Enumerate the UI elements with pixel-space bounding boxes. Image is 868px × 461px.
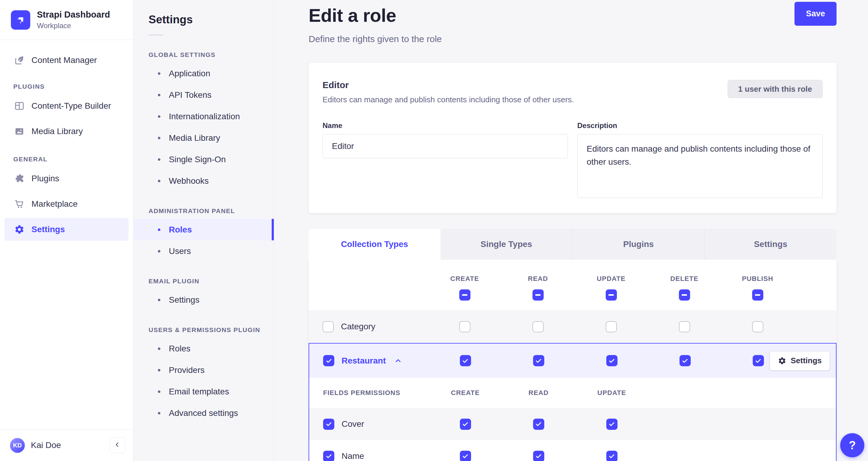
- name-update-checkbox[interactable]: [606, 451, 618, 461]
- tab-settings[interactable]: Settings: [704, 229, 837, 260]
- select-all-create-checkbox[interactable]: [459, 289, 470, 300]
- sidebar-item-label: Plugins: [31, 174, 59, 183]
- select-all-update-checkbox[interactable]: [606, 289, 617, 300]
- tab-single-types[interactable]: Single Types: [440, 229, 572, 260]
- role-name-heading: Editor: [322, 80, 574, 90]
- row-label[interactable]: Category: [341, 322, 375, 332]
- category-update-checkbox[interactable]: [606, 321, 617, 333]
- select-all-publish-checkbox[interactable]: [752, 289, 763, 300]
- sidebar-item-plugins[interactable]: Plugins: [0, 166, 133, 191]
- users-with-role-button[interactable]: 1 user with this role: [727, 80, 823, 98]
- subnav-section-email-plugin: EMAIL PLUGIN: [149, 278, 274, 285]
- subnav-item-webhooks[interactable]: Webhooks: [134, 170, 274, 192]
- restaurant-row-checkbox[interactable]: [323, 355, 334, 366]
- fields-column-read: READ: [502, 389, 575, 397]
- cover-create-checkbox[interactable]: [460, 419, 471, 430]
- subnav-item-label: Providers: [169, 365, 205, 375]
- category-create-checkbox[interactable]: [459, 321, 470, 333]
- gear-icon: [778, 356, 786, 365]
- cover-update-checkbox[interactable]: [606, 419, 618, 430]
- restaurant-settings-button[interactable]: Settings: [770, 351, 830, 371]
- sidebar-item-media-library[interactable]: Media Library: [0, 119, 133, 144]
- category-read-checkbox[interactable]: [532, 321, 544, 333]
- column-header-create: CREATE: [451, 275, 479, 283]
- tab-collection-types[interactable]: Collection Types: [309, 229, 440, 260]
- row-label[interactable]: Cover: [342, 419, 364, 429]
- restaurant-read-checkbox[interactable]: [533, 355, 544, 366]
- row-label[interactable]: Restaurant: [342, 356, 386, 366]
- brand-block: Strapi Dashboard Workplace: [0, 0, 133, 40]
- subnav-item-label: Media Library: [169, 133, 220, 143]
- subnav-item-label: Webhooks: [169, 176, 209, 186]
- indeterminate-dash-icon: [609, 294, 614, 296]
- page-title: Edit a role: [309, 5, 837, 26]
- category-publish-checkbox[interactable]: [752, 321, 763, 333]
- subnav-item-up-roles[interactable]: Roles: [134, 338, 274, 359]
- content-type-builder-icon: [13, 100, 25, 112]
- chevron-left-icon: [114, 441, 121, 450]
- chevron-up-icon[interactable]: [394, 357, 402, 365]
- subnav-item-email-templates[interactable]: Email templates: [134, 381, 274, 402]
- bullet-icon: [158, 299, 160, 301]
- subnav-section-administration-panel: ADMINISTRATION PANEL: [149, 207, 274, 214]
- select-all-delete-checkbox[interactable]: [679, 289, 690, 300]
- cover-read-checkbox[interactable]: [533, 419, 544, 430]
- bullet-icon: [158, 94, 160, 96]
- subnav-item-label: Internationalization: [169, 112, 240, 121]
- sidebar-item-content-manager[interactable]: Content Manager: [0, 49, 133, 71]
- tab-plugins[interactable]: Plugins: [572, 229, 705, 260]
- indeterminate-dash-icon: [755, 294, 760, 296]
- restaurant-update-checkbox[interactable]: [606, 355, 618, 366]
- role-description-input[interactable]: Editors can manage and publish contents …: [577, 134, 823, 198]
- sidebar-item-label: Content Manager: [31, 55, 97, 65]
- save-button[interactable]: Save: [795, 2, 837, 26]
- name-read-checkbox[interactable]: [533, 451, 544, 461]
- sidebar-item-label: Settings: [31, 225, 65, 234]
- permission-row-restaurant: Restaurant Setting: [309, 344, 836, 378]
- select-all-read-checkbox[interactable]: [532, 289, 544, 300]
- category-row-checkbox[interactable]: [322, 321, 334, 333]
- row-label[interactable]: Name: [342, 451, 364, 461]
- sidebar-item-marketplace[interactable]: Marketplace: [0, 191, 133, 217]
- subnav-item-users[interactable]: Users: [134, 240, 274, 262]
- subnav-item-email-settings[interactable]: Settings: [134, 289, 274, 311]
- cover-row-checkbox[interactable]: [323, 419, 334, 430]
- restaurant-create-checkbox[interactable]: [460, 355, 471, 366]
- subnav-item-label: API Tokens: [169, 90, 212, 100]
- avatar[interactable]: KD: [10, 438, 25, 453]
- restaurant-publish-checkbox[interactable]: [753, 355, 764, 366]
- main-sidebar: Strapi Dashboard Workplace Content Manag…: [0, 0, 133, 461]
- bullet-icon: [158, 250, 160, 253]
- sidebar-item-settings[interactable]: Settings: [4, 218, 129, 241]
- subnav-item-advanced-settings[interactable]: Advanced settings: [134, 402, 274, 424]
- fields-column-create: CREATE: [429, 389, 502, 397]
- page-subtitle: Define the rights given to the role: [309, 34, 837, 44]
- category-delete-checkbox[interactable]: [679, 321, 690, 333]
- name-row-checkbox[interactable]: [323, 451, 334, 461]
- collapse-sidebar-button[interactable]: [110, 437, 125, 453]
- column-header-update: UPDATE: [597, 275, 626, 283]
- subnav-item-providers[interactable]: Providers: [134, 359, 274, 381]
- bullet-icon: [158, 391, 160, 393]
- subnav-item-roles[interactable]: Roles: [134, 219, 274, 240]
- bullet-icon: [158, 180, 160, 182]
- restaurant-delete-checkbox[interactable]: [680, 355, 691, 366]
- puzzle-icon: [13, 173, 25, 185]
- subnav-item-single-sign-on[interactable]: Single Sign-On: [134, 149, 274, 170]
- role-name-input[interactable]: [322, 134, 568, 158]
- subnav-item-application[interactable]: Application: [134, 63, 274, 84]
- column-header-publish: PUBLISH: [742, 275, 773, 283]
- subnav-item-api-tokens[interactable]: API Tokens: [134, 84, 274, 106]
- cart-icon: [13, 198, 25, 210]
- app-title: Strapi Dashboard: [37, 10, 110, 20]
- fields-column-update: UPDATE: [575, 389, 648, 397]
- indeterminate-dash-icon: [535, 294, 541, 296]
- help-button[interactable]: ?: [840, 433, 864, 457]
- subnav-item-media-library[interactable]: Media Library: [134, 127, 274, 149]
- gear-icon: [13, 223, 25, 235]
- subnav-item-internationalization[interactable]: Internationalization: [134, 106, 274, 127]
- nav-section-plugins: PLUGINS: [13, 83, 133, 90]
- name-create-checkbox[interactable]: [460, 451, 471, 461]
- sidebar-item-content-type-builder[interactable]: Content-Type Builder: [0, 93, 133, 119]
- sidebar-item-label: Media Library: [31, 126, 83, 136]
